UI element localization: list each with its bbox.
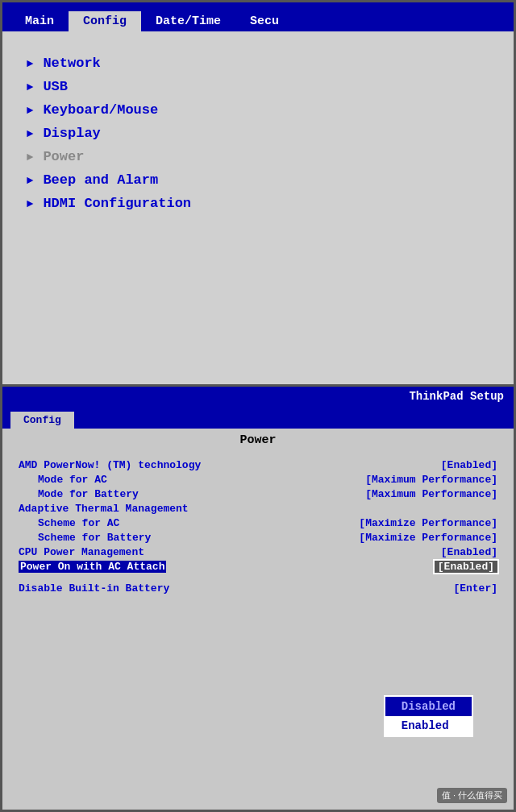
menu-network[interactable]: ► Network — [27, 56, 489, 71]
setting-disable-battery[interactable]: Disable Built-in Battery [Enter] — [19, 582, 497, 594]
tab-security-label: Secu — [250, 14, 279, 28]
setting-power-on-ac[interactable]: Power On with AC Attach [Enabled] — [19, 561, 497, 573]
scheme-battery-label: Scheme for Battery — [19, 532, 151, 544]
tab-datetime[interactable]: Date/Time — [141, 11, 235, 31]
menu-network-label: Network — [43, 56, 100, 71]
amd-powernow-label: AMD PowerNow! (TM) technology — [19, 459, 201, 471]
settings-area: AMD PowerNow! (TM) technology [Enabled] … — [2, 450, 514, 603]
tab-config[interactable]: Config — [69, 11, 141, 31]
cpu-power-value: [Enabled] — [441, 546, 497, 558]
tab-main-label: Main — [25, 14, 54, 28]
dropdown-disabled-label: Disabled — [402, 700, 456, 713]
menu-area: ► Network ► USB ► Keyboard/Mouse ► Displ… — [2, 31, 514, 384]
setting-amd-powernow[interactable]: AMD PowerNow! (TM) technology [Enabled] — [19, 459, 497, 471]
menu-keyboard-label: Keyboard/Mouse — [43, 102, 158, 118]
arrow-keyboard-icon: ► — [27, 104, 33, 117]
watermark: 值 · 什么值得买 — [437, 788, 507, 803]
dropdown-popup[interactable]: Disabled Enabled — [384, 695, 473, 737]
disable-battery-label: Disable Built-in Battery — [19, 582, 169, 594]
watermark-text: 值 · 什么值得买 — [442, 790, 502, 800]
thinkpad-header: ThinkPad Setup — [2, 387, 514, 406]
power-on-ac-value: [Enabled] — [435, 561, 497, 573]
menu-beep[interactable]: ► Beep and Alarm — [27, 172, 489, 188]
mode-battery-value: [Maximum Performance] — [365, 488, 497, 500]
setting-cpu-power[interactable]: CPU Power Management [Enabled] — [19, 546, 497, 558]
bottom-tab-config-label: Config — [23, 414, 61, 426]
menu-power-label: Power — [43, 149, 84, 164]
tab-security[interactable]: Secu — [235, 11, 293, 31]
cpu-power-label: CPU Power Management — [19, 546, 144, 558]
arrow-usb-icon: ► — [27, 81, 33, 93]
tab-config-label: Config — [83, 14, 127, 28]
arrow-display-icon: ► — [27, 127, 33, 140]
mode-ac-value: [Maximum Performance] — [365, 474, 497, 486]
tab-datetime-label: Date/Time — [156, 14, 221, 28]
menu-beep-label: Beep and Alarm — [43, 172, 158, 188]
tab-main[interactable]: Main — [10, 11, 69, 31]
scheme-battery-value: [Maximize Performance] — [359, 532, 497, 544]
power-section-title: Power — [239, 433, 276, 447]
mode-ac-label: Mode for AC — [19, 474, 107, 486]
bottom-tab-bar: Config — [2, 406, 514, 429]
arrow-power-icon: ► — [27, 151, 33, 164]
dropdown-enabled-label: Enabled — [402, 719, 449, 732]
menu-usb-label: USB — [43, 79, 68, 94]
section-title: Power — [2, 429, 514, 450]
bottom-panel: ThinkPad Setup Config Power AMD PowerNow… — [0, 387, 516, 812]
menu-keyboard[interactable]: ► Keyboard/Mouse — [27, 102, 489, 118]
amd-powernow-value: [Enabled] — [441, 459, 497, 471]
bottom-tab-config[interactable]: Config — [10, 412, 74, 429]
scheme-ac-value: [Maximize Performance] — [359, 517, 497, 529]
setting-adaptive-thermal: Adaptive Thermal Management — [19, 503, 497, 515]
arrow-beep-icon: ► — [27, 174, 33, 187]
adaptive-thermal-label: Adaptive Thermal Management — [19, 503, 189, 515]
mode-battery-label: Mode for Battery — [19, 488, 139, 500]
dropdown-option-enabled[interactable]: Enabled — [385, 716, 472, 735]
top-panel-inner: Main Config Date/Time Secu ► Network ► U… — [2, 2, 514, 384]
arrow-hdmi-icon: ► — [27, 197, 33, 210]
top-panel: Main Config Date/Time Secu ► Network ► U… — [0, 0, 516, 387]
menu-power[interactable]: ► Power — [27, 149, 489, 164]
setting-scheme-ac[interactable]: Scheme for AC [Maximize Performance] — [19, 517, 497, 529]
menu-usb[interactable]: ► USB — [27, 79, 489, 94]
setting-mode-battery[interactable]: Mode for Battery [Maximum Performance] — [19, 488, 497, 500]
power-on-ac-label: Power On with AC Attach — [19, 561, 166, 573]
top-tab-bar: Main Config Date/Time Secu — [2, 2, 514, 31]
dropdown-option-disabled[interactable]: Disabled — [385, 697, 472, 716]
menu-display-label: Display — [43, 126, 100, 141]
menu-hdmi[interactable]: ► HDMI Configuration — [27, 196, 489, 211]
menu-display[interactable]: ► Display — [27, 126, 489, 141]
menu-hdmi-label: HDMI Configuration — [43, 196, 191, 211]
arrow-network-icon: ► — [27, 57, 33, 70]
scheme-ac-label: Scheme for AC — [19, 517, 119, 529]
setting-mode-ac[interactable]: Mode for AC [Maximum Performance] — [19, 474, 497, 486]
thinkpad-setup-title: ThinkPad Setup — [409, 390, 504, 403]
setting-scheme-battery[interactable]: Scheme for Battery [Maximize Performance… — [19, 532, 497, 544]
disable-battery-value: [Enter] — [453, 582, 497, 594]
